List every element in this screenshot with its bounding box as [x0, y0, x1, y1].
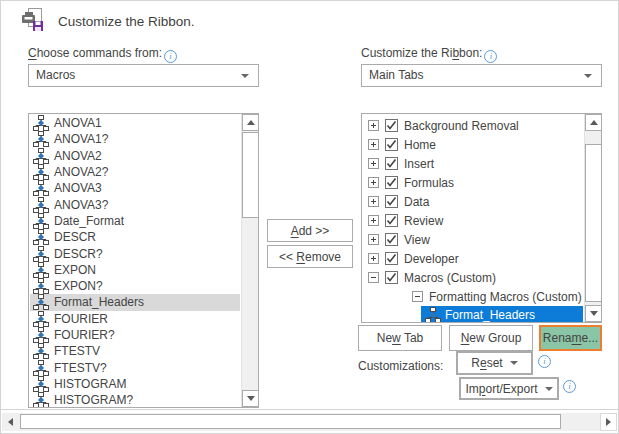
plus-line — [373, 180, 374, 185]
customize-ribbon-dropdown[interactable]: Main Tabs — [361, 64, 602, 87]
checkbox[interactable] — [385, 233, 398, 246]
vertical-scrollbar[interactable] — [241, 114, 258, 407]
list-item-label: DESCR — [54, 230, 96, 244]
arrow-up-icon — [247, 120, 255, 125]
list-item[interactable]: HISTOGRAM — [30, 376, 240, 392]
list-item[interactable]: ANOVA2? — [30, 164, 240, 180]
expand-toggle-icon[interactable] — [368, 158, 379, 169]
list-item[interactable]: FTESTV? — [30, 359, 240, 375]
checkbox[interactable] — [385, 119, 398, 132]
scroll-down-button[interactable] — [242, 390, 259, 407]
list-item-label: DESCR? — [54, 247, 103, 261]
tree-item[interactable]: View — [363, 230, 583, 249]
scrollbar-thumb[interactable] — [20, 414, 561, 429]
horizontal-scrollbar[interactable] — [2, 413, 617, 431]
page-title: Customize the Ribbon. — [58, 14, 195, 29]
plus-line — [373, 199, 374, 204]
macro-icon — [33, 213, 49, 229]
list-item[interactable]: FOURIER — [30, 311, 240, 327]
rename-button[interactable]: Rename... — [539, 325, 602, 351]
scroll-down-button[interactable] — [585, 305, 602, 322]
expand-toggle-icon[interactable] — [368, 215, 379, 226]
scroll-up-button[interactable] — [242, 114, 259, 131]
list-item[interactable]: ANOVA2 — [30, 148, 240, 164]
list-item[interactable]: DESCR? — [30, 245, 240, 261]
list-item[interactable]: ANOVA1 — [30, 115, 240, 131]
checkbox[interactable] — [385, 176, 398, 189]
list-item[interactable]: EXPON? — [30, 278, 240, 294]
reset-button[interactable]: Reset — [456, 351, 533, 375]
macro-icon — [33, 343, 49, 359]
expand-toggle-icon[interactable] — [368, 234, 379, 245]
checkbox[interactable] — [385, 271, 398, 284]
tree-item[interactable]: Formulas — [363, 173, 583, 192]
info-icon[interactable] — [484, 50, 497, 63]
plus-line — [373, 161, 374, 166]
new-tab-button[interactable]: New Tab — [358, 325, 442, 351]
list-item[interactable]: ANOVA3 — [30, 180, 240, 196]
expand-toggle-icon[interactable] — [368, 272, 379, 283]
checkbox[interactable] — [385, 195, 398, 208]
chevron-down-icon — [584, 74, 592, 78]
checkbox[interactable] — [385, 157, 398, 170]
scrollbar-thumb[interactable] — [585, 144, 602, 302]
list-item[interactable]: Date_Format — [30, 213, 240, 229]
list-item[interactable]: FTESTV — [30, 343, 240, 359]
arrow-left-icon — [8, 418, 13, 426]
list-item[interactable]: FOURIER? — [30, 327, 240, 343]
tree-item[interactable]: Insert — [363, 154, 583, 173]
minus-line — [371, 277, 376, 278]
tree-item[interactable]: Developer — [363, 249, 583, 268]
checkbox[interactable] — [385, 138, 398, 151]
expand-toggle-icon[interactable] — [368, 253, 379, 264]
macro-icon — [33, 327, 49, 343]
expand-toggle-icon[interactable] — [368, 120, 379, 131]
expand-toggle-icon[interactable] — [368, 196, 379, 207]
tree-item[interactable]: Background Removal — [363, 116, 583, 135]
list-item[interactable]: EXPON — [30, 262, 240, 278]
checkbox[interactable] — [385, 252, 398, 265]
info-icon[interactable] — [164, 50, 177, 63]
list-item[interactable]: HISTOGRAM? — [30, 392, 240, 408]
info-icon[interactable] — [563, 380, 576, 393]
tree-item-label: Formatting Macros (Custom) — [429, 290, 582, 304]
list-item[interactable]: Format_Headers — [30, 294, 240, 310]
list-item-label: HISTOGRAM? — [54, 393, 133, 407]
tree-item-label: Home — [404, 138, 436, 152]
scroll-right-button[interactable] — [600, 413, 617, 431]
tree-item-label: View — [404, 233, 430, 247]
list-item-label: HISTOGRAM — [54, 377, 126, 391]
customizations-label: Customizations: — [358, 359, 443, 373]
new-group-button[interactable]: New Group — [449, 325, 533, 351]
tree-item[interactable]: Review — [363, 211, 583, 230]
checkbox[interactable] — [385, 214, 398, 227]
scroll-left-button[interactable] — [2, 413, 19, 431]
divider — [1, 409, 618, 410]
tree-item-label: Format_Headers — [445, 308, 535, 322]
list-item-label: ANOVA3 — [54, 181, 102, 195]
tree-item[interactable]: Data — [363, 192, 583, 211]
tree-item[interactable]: Formatting Macros (Custom) — [363, 287, 583, 306]
list-item[interactable]: ANOVA3? — [30, 196, 240, 212]
tree-item[interactable]: Format_Headers — [421, 306, 583, 323]
expand-toggle-icon[interactable] — [412, 291, 423, 302]
list-item[interactable]: DESCR — [30, 229, 240, 245]
choose-commands-dropdown[interactable]: Macros — [28, 64, 259, 87]
list-item-label: Date_Format — [54, 214, 124, 228]
macro-icon — [33, 131, 49, 147]
expand-toggle-icon[interactable] — [368, 139, 379, 150]
customize-ribbon-pane: Customize the Ribbon. Choose commands fr… — [0, 0, 619, 434]
expand-toggle-icon[interactable] — [368, 177, 379, 188]
vertical-scrollbar[interactable] — [584, 114, 601, 322]
macro-icon — [33, 197, 49, 213]
add-button[interactable]: Add >> — [267, 219, 353, 242]
tree-item[interactable]: Macros (Custom) — [363, 268, 583, 287]
info-icon[interactable] — [538, 355, 551, 368]
list-item[interactable]: ANOVA1? — [30, 131, 240, 147]
remove-button[interactable]: << Remove — [267, 245, 353, 268]
import-export-button[interactable]: Import/Export — [459, 377, 559, 400]
scrollbar-thumb[interactable] — [242, 132, 259, 218]
tree-item[interactable]: Home — [363, 135, 583, 154]
macro-icon — [33, 180, 49, 196]
scroll-up-button[interactable] — [585, 114, 602, 131]
